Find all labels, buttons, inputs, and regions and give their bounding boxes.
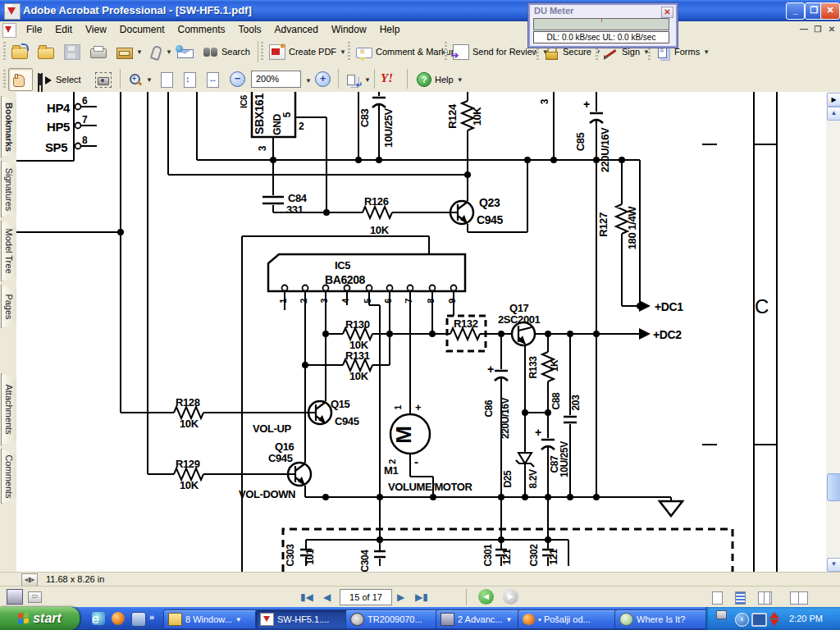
snapshot-button[interactable] <box>92 68 115 91</box>
tray-window-icon[interactable] <box>716 610 727 619</box>
du-meter-title[interactable]: DU Meter <box>534 6 573 16</box>
select-tool-button[interactable]: Select <box>34 68 84 91</box>
tab-model-tree[interactable]: Model Tree <box>1 221 17 281</box>
schematic-label: R133 <box>527 356 539 379</box>
menu-file[interactable]: File <box>20 21 48 38</box>
doc-restore-button[interactable]: ❐ <box>811 24 824 35</box>
fit-page-button[interactable] <box>158 68 176 91</box>
scroll-up-icon[interactable]: ▲ <box>827 107 840 121</box>
tab-attachments[interactable]: Attachments <box>1 373 17 445</box>
open-button[interactable] <box>8 40 31 63</box>
previous-view-pages-button[interactable]: ▼ <box>343 68 374 91</box>
taskbar-item-firefox[interactable]: • Pošalji od... <box>518 609 620 629</box>
doc-minimize-button[interactable]: — <box>797 24 810 35</box>
tab-comments[interactable]: Comments <box>1 449 17 504</box>
menu-edit[interactable]: Edit <box>48 21 79 38</box>
schematic-label: Q15 <box>331 398 350 410</box>
taskbar-item-tr[interactable]: TR2009070... <box>345 609 441 629</box>
zoom-out-button[interactable]: − <box>230 71 245 87</box>
app-icon <box>350 613 364 626</box>
system-tray: ‹ 2:20 PM <box>705 607 840 630</box>
print-button[interactable] <box>87 40 110 63</box>
yahoo-button[interactable]: Y! <box>381 71 393 85</box>
send-review-icon <box>453 44 469 60</box>
quicklaunch-ie-icon[interactable]: e <box>92 612 105 625</box>
tray-du-meter-up-icon[interactable] <box>769 612 779 619</box>
zoom-tool-button[interactable]: +▼ <box>125 68 156 91</box>
first-page-button[interactable]: ▮◀ <box>300 589 313 605</box>
previous-view-button[interactable]: ◀ <box>478 589 494 605</box>
next-view-button[interactable]: ▶ <box>503 589 518 605</box>
zoom-in-button[interactable]: + <box>315 71 331 87</box>
vertical-scroll-thumb[interactable] <box>827 473 840 501</box>
last-page-button[interactable]: ▶▮ <box>415 589 428 605</box>
continuous-layout-button[interactable] <box>730 588 750 606</box>
menu-help[interactable]: Help <box>373 21 407 38</box>
taskbar-item-advanced-group[interactable]: 2 Advanc...▼ <box>436 609 523 629</box>
menu-document[interactable]: Document <box>113 21 171 38</box>
menu-comments[interactable]: Comments <box>171 21 232 38</box>
save-button[interactable] <box>61 40 84 63</box>
facing-layout-button[interactable] <box>788 588 810 606</box>
status-doc-icon[interactable]: ▭ <box>28 591 42 603</box>
schematic-label: HP4 <box>47 101 71 115</box>
scroll-down-icon[interactable]: ▼ <box>827 558 840 572</box>
organizer-button[interactable]: ▼ <box>113 40 146 63</box>
previous-page-button[interactable]: ◀ <box>323 589 331 605</box>
menu-window[interactable]: Window <box>325 21 373 38</box>
status-monitor-icon[interactable] <box>7 589 23 605</box>
fit-height-button[interactable]: ↕ <box>180 68 199 91</box>
view-toolbar: Select +▼ ↕ ↔ − 200%▼ + ▼ Y! ?Help▼ <box>0 66 840 93</box>
start-button[interactable]: start <box>0 607 80 630</box>
doc-close-button[interactable]: ✕ <box>825 24 838 35</box>
tab-bookmarks[interactable]: Bookmarks <box>1 96 17 158</box>
toolbar-grip[interactable] <box>445 42 447 62</box>
create-pdf-button[interactable]: Create PDF▼ <box>266 40 349 63</box>
taskbar-item-whereisit[interactable]: Where Is It? <box>614 609 709 629</box>
du-meter-window[interactable]: DU Meter ✕ DL: 0.0 kB/sec UL: 0.0 kB/sec <box>528 3 678 48</box>
next-page-button[interactable]: ▶ <box>397 589 404 605</box>
continuous-facing-layout-button[interactable] <box>755 588 774 606</box>
menu-view[interactable]: View <box>79 21 113 38</box>
tray-du-meter-down-icon[interactable] <box>769 619 779 626</box>
scroll-option-icon[interactable]: ▶ <box>827 93 840 107</box>
open-web-button[interactable] <box>34 40 57 63</box>
schematic-label: 10K <box>370 224 390 236</box>
page-indicator-field[interactable]: 15 of 17 <box>340 589 392 605</box>
schematic-label: 331 <box>286 203 304 216</box>
schematic-canvas[interactable]: HP4HP5SP5678IC6SBX161GND523C84331C8310U/… <box>16 92 826 572</box>
toolbar-grip[interactable] <box>261 42 263 62</box>
taskbar-item-windows-group[interactable]: 8 Window...▼ <box>163 609 261 629</box>
close-button[interactable]: ✕ <box>820 2 840 20</box>
tab-pages[interactable]: Pages <box>1 285 17 328</box>
taskbar-item-acrobat[interactable]: SW-HF5.1.... <box>255 609 351 629</box>
pane-splitter-icon[interactable]: ◂▮▸ <box>21 573 38 587</box>
schematic-label: Q16 <box>275 441 294 453</box>
toolbar-grip[interactable] <box>3 70 6 88</box>
tray-hide-icons-icon[interactable]: ‹ <box>735 613 749 627</box>
page-size-label: 11.68 x 8.26 in <box>46 574 104 584</box>
email-button[interactable] <box>174 40 197 63</box>
tray-network-icon[interactable] <box>751 613 767 627</box>
single-page-layout-button[interactable] <box>707 588 727 606</box>
search-button[interactable]: Search <box>200 40 253 63</box>
minimize-button[interactable]: _ <box>786 2 805 20</box>
title-bar[interactable]: Adobe Acrobat Professional - [SW-HF5.1.p… <box>0 0 840 21</box>
quicklaunch-chevron-icon[interactable]: » <box>149 612 154 622</box>
vertical-scrollbar[interactable]: ▶ ▲ ▼ <box>826 92 840 572</box>
dropdown-arrow-icon[interactable]: ▼ <box>305 74 312 89</box>
du-meter-close-icon[interactable]: ✕ <box>661 7 673 18</box>
menu-tools[interactable]: Tools <box>232 21 268 38</box>
tab-signatures[interactable]: Signatures <box>1 161 17 217</box>
document-page[interactable]: HP4HP5SP5678IC6SBX161GND523C84331C8310U/… <box>16 92 826 572</box>
toolbar-grip[interactable] <box>3 42 6 62</box>
menu-advanced[interactable]: Advanced <box>268 21 325 38</box>
quicklaunch-firefox-icon[interactable] <box>112 612 125 625</box>
toolbar-grip[interactable] <box>348 42 350 62</box>
zoom-level-combo[interactable]: 200%▼ <box>251 71 301 88</box>
hand-tool-button[interactable] <box>8 68 33 91</box>
fit-width-button[interactable]: ↔ <box>203 68 222 91</box>
help-button[interactable]: ?Help▼ <box>413 68 467 91</box>
quicklaunch-explorer-icon[interactable] <box>131 612 146 627</box>
attach-button[interactable]: ▼ <box>144 40 176 63</box>
